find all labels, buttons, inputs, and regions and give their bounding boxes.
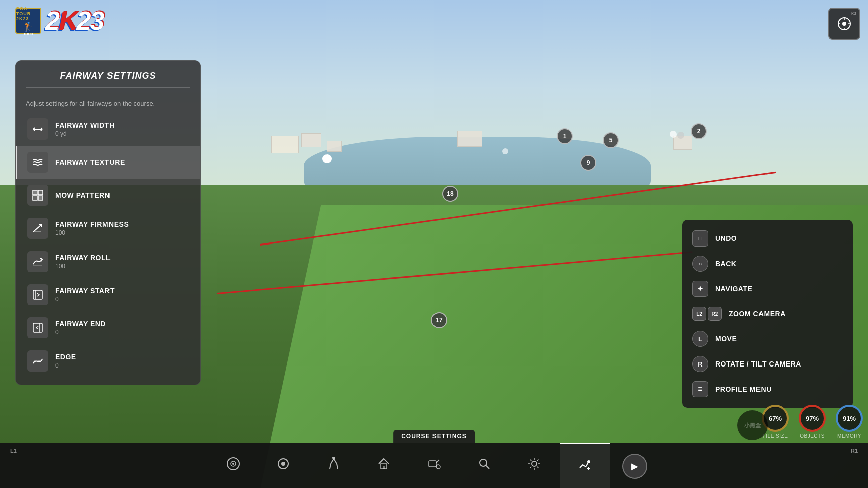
mow-pattern-info: MOW PATTERN	[55, 191, 190, 199]
svg-rect-5	[38, 190, 43, 195]
setting-fairway-texture[interactable]: FAIRWAY TEXTURE	[16, 146, 200, 179]
svg-rect-25	[383, 466, 385, 469]
play-button-icon[interactable]: ▶	[622, 454, 647, 479]
setting-fairway-roll[interactable]: FAIRWAY ROLL 100	[16, 245, 200, 278]
toolbar-item-search[interactable]	[459, 443, 509, 488]
svg-point-28	[480, 459, 487, 466]
svg-point-18	[281, 462, 285, 466]
watermark-text: 小黑盒	[744, 422, 761, 429]
fairway-end-info: FAIRWAY END 0	[55, 320, 190, 336]
pga-text: PGA TOUR 2K23	[16, 6, 40, 21]
memory-label: MEMORY	[837, 433, 861, 439]
svg-rect-7	[38, 196, 43, 200]
setting-mow-pattern[interactable]: MOW PATTERN	[16, 179, 200, 212]
svg-rect-10	[33, 290, 42, 299]
toolbar-item-play[interactable]: ▶	[610, 443, 660, 488]
fairway-roll-info: FAIRWAY ROLL 100	[55, 254, 190, 270]
controls-panel: □ UNDO ○ BACK ✦ NAVIGATE L2 R2 ZOOM CAME…	[682, 220, 853, 408]
hole-badge-1: 1	[557, 128, 573, 144]
course-settings-icon	[578, 457, 592, 474]
move-button-icon: L	[692, 331, 708, 347]
svg-point-30	[532, 461, 537, 466]
toolbar-item-record[interactable]	[258, 443, 308, 488]
undo-button-icon: □	[692, 230, 708, 247]
setting-fairway-firmness[interactable]: FAIRWAY FIRMNESS 100	[16, 212, 200, 245]
settings-list: FAIRWAY WIDTH 0 yd FAIRWAY TEXTURE	[16, 108, 200, 375]
svg-rect-6	[33, 196, 37, 200]
svg-line-22	[337, 464, 338, 469]
fairway-width-icon	[27, 118, 48, 140]
toolbar-item-tools[interactable]	[409, 443, 459, 488]
course-marker-small	[502, 148, 508, 154]
course-settings-active-label: COURSE SETTINGS	[393, 430, 475, 443]
fairway-firmness-value: 100	[55, 229, 190, 236]
profile-menu-button-icon: ≡	[692, 381, 708, 397]
fairway-texture-name: FAIRWAY TEXTURE	[55, 158, 190, 166]
sun-icon	[527, 457, 541, 474]
edge-icon	[27, 350, 48, 372]
settings-panel: FAIRWAY SETTINGS Adjust settings for all…	[15, 60, 201, 385]
setting-fairway-end[interactable]: FAIRWAY END 0	[16, 311, 200, 344]
edge-name: EDGE	[55, 353, 190, 361]
home-icon	[377, 457, 391, 474]
stat-memory: 91% MEMORY	[831, 405, 868, 443]
fairway-width-info: FAIRWAY WIDTH 0 yd	[55, 121, 190, 137]
building	[301, 133, 321, 147]
navigate-label: NAVIGATE	[715, 285, 752, 293]
memory-value: 91%	[843, 415, 856, 422]
building	[457, 131, 482, 147]
back-label: BACK	[715, 260, 736, 268]
building	[271, 136, 299, 153]
hole-badge-17: 17	[431, 312, 447, 328]
map-button[interactable]: R3	[828, 8, 860, 40]
zoom-camera-button-group: L2 R2	[692, 306, 722, 322]
hole-badge-5: 5	[603, 132, 619, 148]
setting-fairway-start[interactable]: FAIRWAY START 0	[16, 278, 200, 311]
edge-info: EDGE 0	[55, 353, 190, 369]
rotate-button-icon: R	[692, 356, 708, 372]
move-label: MOVE	[715, 335, 737, 343]
svg-point-16	[232, 463, 234, 465]
mow-pattern-icon	[27, 185, 48, 206]
svg-line-29	[486, 465, 489, 469]
fairway-texture-info: FAIRWAY TEXTURE	[55, 158, 190, 166]
control-back: ○ BACK	[682, 251, 853, 276]
control-undo: □ UNDO	[682, 226, 853, 251]
fairway-start-info: FAIRWAY START 0	[55, 287, 190, 303]
fairway-end-name: FAIRWAY END	[55, 320, 190, 328]
svg-rect-4	[33, 190, 37, 195]
logo-2k23: 2K23	[45, 8, 103, 34]
panel-header: FAIRWAY SETTINGS	[16, 61, 200, 93]
l1-label: L1	[10, 448, 17, 454]
setting-edge[interactable]: EDGE 0	[16, 344, 200, 375]
toolbar-item-sun[interactable]	[509, 443, 560, 488]
map-icon	[836, 15, 853, 32]
stats-bar: 67% FILE SIZE 97% OBJECTS 91% MEMORY	[756, 405, 868, 443]
objects-label: OBJECTS	[800, 433, 825, 439]
panel-subtitle: Adjust settings for all fairways on the …	[16, 93, 200, 108]
fairway-end-icon	[27, 317, 48, 338]
control-rotate-tilt-camera: R ROTATE / TILT CAMERA	[682, 351, 853, 377]
control-navigate: ✦ NAVIGATE	[682, 276, 853, 301]
edge-value: 0	[55, 362, 190, 369]
zoom-camera-label: ZOOM CAMERA	[729, 310, 786, 318]
toolbar-item-player[interactable]	[308, 443, 359, 488]
mow-pattern-name: MOW PATTERN	[55, 191, 190, 199]
setting-fairway-width[interactable]: FAIRWAY WIDTH 0 yd	[16, 112, 200, 146]
objects-circle: 97%	[799, 405, 826, 432]
navigate-button-icon: ✦	[692, 281, 708, 297]
fairway-width-value: 0 yd	[55, 130, 190, 137]
rotate-tilt-camera-label: ROTATE / TILT CAMERA	[715, 360, 801, 368]
course-marker	[322, 154, 332, 163]
stat-objects: 97% OBJECTS	[794, 405, 831, 443]
toolbar-item-home[interactable]	[359, 443, 409, 488]
objects-value: 97%	[806, 415, 819, 422]
control-move: L MOVE	[682, 326, 853, 351]
toolbar-item-course-settings[interactable]	[560, 443, 610, 488]
svg-line-21	[334, 459, 337, 464]
toolbar-item-camera[interactable]	[208, 443, 258, 488]
r2-button: R2	[708, 307, 722, 321]
watermark: 小黑盒	[737, 410, 768, 440]
panel-title: FAIRWAY SETTINGS	[26, 71, 190, 81]
fairway-start-name: FAIRWAY START	[55, 287, 190, 295]
